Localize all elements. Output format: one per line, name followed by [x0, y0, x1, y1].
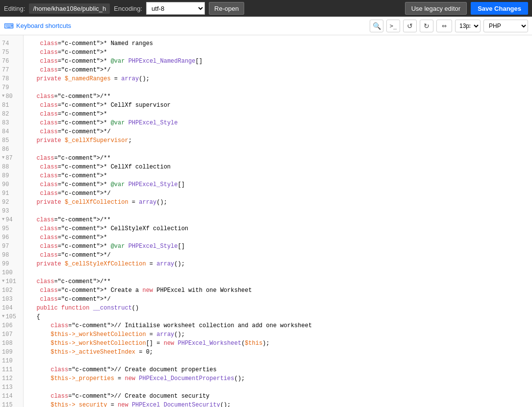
code-line[interactable]: private $_cellStyleXfCollection = array(… — [29, 260, 532, 268]
reopen-button[interactable]: Re-open — [209, 2, 244, 15]
code-line[interactable]: class="c-comment">*/ — [29, 251, 532, 260]
code-line[interactable]: class="c-comment">/** — [29, 215, 532, 224]
code-line[interactable]: class="c-comment">* @var PHPExcel_Style[… — [29, 180, 532, 189]
line-number: 103 — [0, 295, 23, 304]
code-line[interactable]: class="c-comment">*/ — [29, 127, 532, 136]
code-line[interactable]: private $_cellXfCollection = array(); — [29, 198, 532, 207]
language-select[interactable]: PHP JavaScript HTML CSS Python Bash — [483, 20, 528, 32]
code-line[interactable]: class="c-comment">* — [29, 233, 532, 242]
wrap-button[interactable]: ⇔ — [436, 20, 452, 32]
line-number: 112 — [0, 374, 23, 383]
line-number: 79 — [0, 83, 23, 92]
filepath-display: /home/khae108e/public_h — [29, 3, 110, 14]
line-number: 98 — [0, 251, 23, 260]
code-line[interactable]: class="c-comment">// Create document pro… — [29, 365, 532, 374]
legacy-editor-button[interactable]: Use legacy editor — [405, 2, 467, 15]
code-line[interactable]: class="c-comment">* — [29, 110, 532, 119]
encoding-select[interactable]: utf-8 utf-16 iso-8859-1 windows-1252 — [146, 2, 205, 15]
code-line[interactable] — [29, 207, 532, 215]
line-number: 84 — [0, 127, 23, 136]
editing-label: Editing: — [4, 5, 25, 12]
code-line[interactable]: private $_cellXfSupervisor; — [29, 136, 532, 145]
code-line[interactable]: $this->_activeSheetIndex = 0; — [29, 348, 532, 357]
shortcuts-label: Keyboard shortcuts — [16, 22, 71, 29]
code-line[interactable]: private $_namedRanges = array(); — [29, 74, 532, 83]
code-line[interactable]: class="c-comment">* — [29, 48, 532, 57]
code-line[interactable]: class="c-comment">// Create document sec… — [29, 392, 532, 401]
keyboard-icon: ⌨ — [4, 22, 14, 30]
save-changes-button[interactable]: Save Changes — [471, 2, 528, 15]
line-number: 108 — [0, 339, 23, 348]
undo-icon: ↺ — [407, 22, 413, 30]
line-number: 109 — [0, 348, 23, 357]
toolbar: ⌨ Keyboard shortcuts 🔍 >_ ↺ ↻ ⇔ 13px 11p… — [0, 17, 532, 35]
code-line[interactable]: class="c-comment">* CellStyleXf collecti… — [29, 224, 532, 233]
code-line[interactable]: $this->_workSheetCollection = array(); — [29, 330, 532, 339]
code-line[interactable]: $this->_security = new PHPExcel_Document… — [29, 401, 532, 407]
code-line[interactable]: class="c-comment">* Named ranges — [29, 39, 532, 48]
line-number: 75 — [0, 48, 23, 57]
code-line[interactable] — [29, 145, 532, 154]
code-line[interactable] — [29, 83, 532, 92]
undo-button[interactable]: ↺ — [403, 20, 417, 32]
line-number: 96 — [0, 233, 23, 242]
code-line[interactable]: class="c-comment">* CellXf collection — [29, 163, 532, 171]
code-line[interactable] — [29, 383, 532, 392]
line-number: 82 — [0, 110, 23, 119]
line-number: 86 — [0, 145, 23, 154]
line-number: 88 — [0, 163, 23, 171]
code-line[interactable]: $this->_workSheetCollection[] = new PHPE… — [29, 339, 532, 348]
code-line[interactable]: class="c-comment">* @var PHPExcel_Style — [29, 119, 532, 127]
line-number: 99 — [0, 260, 23, 268]
line-number: 77 — [0, 66, 23, 74]
code-line[interactable]: class="c-comment">*/ — [29, 189, 532, 198]
search-icon: 🔍 — [373, 22, 381, 30]
line-number: 83 — [0, 119, 23, 127]
line-number: 92 — [0, 198, 23, 207]
redo-button[interactable]: ↻ — [420, 20, 433, 32]
line-number: 76 — [0, 57, 23, 66]
code-content[interactable]: class="c-comment">* Named ranges class="… — [24, 35, 532, 407]
line-number: 78 — [0, 74, 23, 83]
code-line[interactable]: class="c-comment">/** — [29, 92, 532, 101]
line-number: 110 — [0, 357, 23, 365]
line-number: 91 — [0, 189, 23, 198]
code-line[interactable]: public function __construct() — [29, 304, 532, 312]
line-number: 102 — [0, 286, 23, 295]
code-line[interactable] — [29, 268, 532, 277]
line-number: ▼80 — [0, 92, 23, 101]
code-line[interactable]: class="c-comment">* @var PHPExcel_NamedR… — [29, 57, 532, 66]
fold-arrow[interactable]: ▼ — [2, 313, 4, 320]
fontsize-select[interactable]: 13px 11px 12px 14px 16px — [455, 20, 481, 32]
line-number: 111 — [0, 365, 23, 374]
code-line[interactable]: class="c-comment">* — [29, 171, 532, 180]
code-line[interactable]: class="c-comment">*/ — [29, 295, 532, 304]
fold-arrow[interactable]: ▼ — [2, 155, 4, 162]
code-line[interactable]: class="c-comment">/** — [29, 277, 532, 286]
code-line[interactable]: class="c-comment">*/ — [29, 66, 532, 74]
line-number: 89 — [0, 171, 23, 180]
keyboard-shortcuts-link[interactable]: ⌨ Keyboard shortcuts — [4, 22, 71, 30]
redo-icon: ↻ — [424, 22, 430, 30]
line-number: 106 — [0, 321, 23, 330]
terminal-button[interactable]: >_ — [386, 20, 400, 32]
code-line[interactable]: class="c-comment">// Initialise workshee… — [29, 321, 532, 330]
code-line[interactable]: class="c-comment">* Create a new PHPExce… — [29, 286, 532, 295]
code-line[interactable] — [29, 357, 532, 365]
search-button[interactable]: 🔍 — [370, 20, 383, 32]
code-line[interactable]: $this->_properties = new PHPExcel_Docume… — [29, 374, 532, 383]
line-number: 104 — [0, 304, 23, 312]
line-number: 81 — [0, 101, 23, 110]
code-line[interactable]: class="c-comment">/** — [29, 154, 532, 163]
fold-arrow[interactable]: ▼ — [2, 216, 4, 223]
code-line[interactable]: class="c-comment">* @var PHPExcel_Style[… — [29, 242, 532, 251]
fold-arrow[interactable]: ▼ — [2, 278, 4, 285]
code-line[interactable]: class="c-comment">* CellXf supervisor — [29, 101, 532, 110]
line-number: 95 — [0, 224, 23, 233]
code-line[interactable]: { — [29, 312, 532, 321]
line-number: 74 — [0, 39, 23, 48]
fold-arrow[interactable]: ▼ — [2, 93, 4, 100]
line-number: ▼87 — [0, 154, 23, 163]
line-number: 90 — [0, 180, 23, 189]
line-number: 107 — [0, 330, 23, 339]
